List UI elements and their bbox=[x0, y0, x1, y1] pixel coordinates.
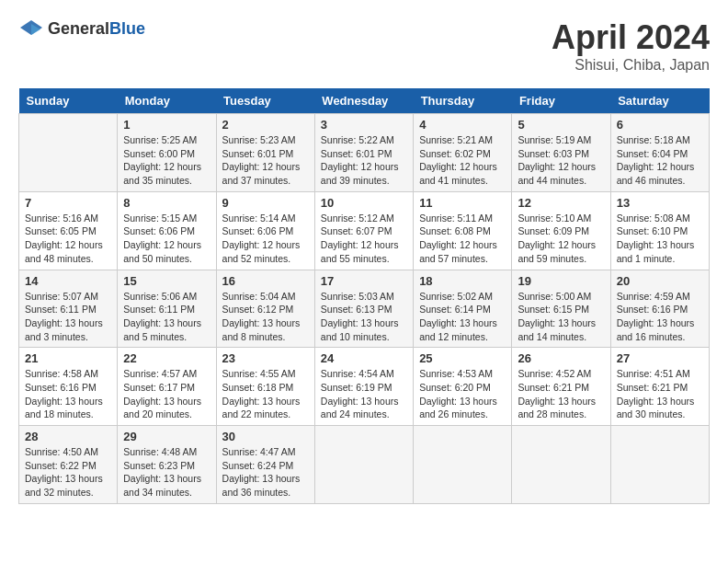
day-info: Sunrise: 5:23 AM Sunset: 6:01 PM Dayligh… bbox=[222, 133, 309, 188]
calendar-cell: 21Sunrise: 4:58 AM Sunset: 6:16 PM Dayli… bbox=[19, 348, 118, 426]
calendar-cell bbox=[414, 426, 512, 504]
day-info: Sunrise: 5:25 AM Sunset: 6:00 PM Dayligh… bbox=[123, 133, 210, 188]
day-info: Sunrise: 5:03 AM Sunset: 6:13 PM Dayligh… bbox=[321, 290, 407, 344]
calendar-cell: 27Sunrise: 4:51 AM Sunset: 6:21 PM Dayli… bbox=[610, 348, 709, 426]
day-number: 24 bbox=[321, 351, 407, 365]
day-info: Sunrise: 5:04 AM Sunset: 6:12 PM Dayligh… bbox=[222, 290, 309, 344]
day-number: 2 bbox=[222, 118, 309, 132]
day-number: 26 bbox=[518, 351, 604, 365]
day-info: Sunrise: 4:53 AM Sunset: 6:20 PM Dayligh… bbox=[419, 367, 506, 421]
day-number: 11 bbox=[419, 196, 506, 210]
day-number: 13 bbox=[617, 196, 703, 210]
day-info: Sunrise: 5:11 AM Sunset: 6:08 PM Dayligh… bbox=[419, 212, 506, 266]
day-info: Sunrise: 4:51 AM Sunset: 6:21 PM Dayligh… bbox=[617, 367, 703, 421]
calendar-cell: 11Sunrise: 5:11 AM Sunset: 6:08 PM Dayli… bbox=[414, 191, 512, 270]
day-number: 5 bbox=[518, 118, 604, 132]
logo-blue: Blue bbox=[109, 19, 145, 38]
calendar-cell: 3Sunrise: 5:22 AM Sunset: 6:01 PM Daylig… bbox=[314, 114, 413, 192]
calendar-cell: 18Sunrise: 5:02 AM Sunset: 6:14 PM Dayli… bbox=[414, 270, 512, 348]
header-friday: Friday bbox=[512, 88, 610, 114]
day-number: 8 bbox=[123, 196, 210, 210]
calendar-cell: 25Sunrise: 4:53 AM Sunset: 6:20 PM Dayli… bbox=[414, 348, 512, 426]
logo: GeneralBlue bbox=[18, 18, 145, 39]
day-number: 9 bbox=[222, 196, 309, 210]
title-block: April 2024 Shisui, Chiba, Japan bbox=[552, 18, 710, 74]
day-number: 4 bbox=[419, 118, 506, 132]
day-info: Sunrise: 5:19 AM Sunset: 6:03 PM Dayligh… bbox=[518, 133, 604, 188]
day-number: 25 bbox=[419, 351, 506, 365]
day-info: Sunrise: 5:07 AM Sunset: 6:11 PM Dayligh… bbox=[25, 290, 111, 344]
calendar-cell bbox=[512, 426, 610, 504]
logo-icon bbox=[18, 18, 44, 39]
calendar-cell: 17Sunrise: 5:03 AM Sunset: 6:13 PM Dayli… bbox=[314, 270, 413, 348]
day-info: Sunrise: 5:02 AM Sunset: 6:14 PM Dayligh… bbox=[419, 290, 506, 344]
day-info: Sunrise: 5:10 AM Sunset: 6:09 PM Dayligh… bbox=[518, 212, 604, 266]
day-info: Sunrise: 5:06 AM Sunset: 6:11 PM Dayligh… bbox=[123, 290, 210, 344]
day-number: 7 bbox=[25, 196, 111, 210]
day-number: 10 bbox=[321, 196, 407, 210]
weekday-header-row: Sunday Monday Tuesday Wednesday Thursday… bbox=[19, 88, 710, 114]
calendar-cell: 26Sunrise: 4:52 AM Sunset: 6:21 PM Dayli… bbox=[512, 348, 610, 426]
day-info: Sunrise: 4:57 AM Sunset: 6:17 PM Dayligh… bbox=[123, 367, 210, 421]
day-info: Sunrise: 4:48 AM Sunset: 6:23 PM Dayligh… bbox=[123, 445, 210, 500]
day-info: Sunrise: 4:58 AM Sunset: 6:16 PM Dayligh… bbox=[25, 367, 111, 421]
page-header: GeneralBlue April 2024 Shisui, Chiba, Ja… bbox=[18, 18, 710, 74]
calendar-cell: 10Sunrise: 5:12 AM Sunset: 6:07 PM Dayli… bbox=[314, 191, 413, 270]
calendar-cell: 22Sunrise: 4:57 AM Sunset: 6:17 PM Dayli… bbox=[118, 348, 216, 426]
calendar-cell bbox=[19, 114, 118, 192]
week-row-5: 28Sunrise: 4:50 AM Sunset: 6:22 PM Dayli… bbox=[19, 426, 710, 504]
location-title: Shisui, Chiba, Japan bbox=[552, 57, 710, 74]
day-info: Sunrise: 4:54 AM Sunset: 6:19 PM Dayligh… bbox=[321, 367, 407, 421]
day-number: 28 bbox=[25, 430, 111, 443]
calendar-cell: 2Sunrise: 5:23 AM Sunset: 6:01 PM Daylig… bbox=[216, 114, 314, 192]
day-number: 23 bbox=[222, 351, 309, 365]
day-number: 22 bbox=[123, 351, 210, 365]
week-row-3: 14Sunrise: 5:07 AM Sunset: 6:11 PM Dayli… bbox=[19, 270, 710, 348]
calendar-cell: 24Sunrise: 4:54 AM Sunset: 6:19 PM Dayli… bbox=[314, 348, 413, 426]
logo-general: General bbox=[48, 19, 109, 38]
day-info: Sunrise: 5:14 AM Sunset: 6:06 PM Dayligh… bbox=[222, 212, 309, 266]
header-tuesday: Tuesday bbox=[216, 88, 314, 114]
calendar-cell: 13Sunrise: 5:08 AM Sunset: 6:10 PM Dayli… bbox=[610, 191, 709, 270]
header-saturday: Saturday bbox=[610, 88, 709, 114]
day-number: 14 bbox=[25, 274, 111, 288]
day-info: Sunrise: 5:18 AM Sunset: 6:04 PM Dayligh… bbox=[617, 133, 703, 188]
day-info: Sunrise: 4:50 AM Sunset: 6:22 PM Dayligh… bbox=[25, 445, 111, 500]
calendar-cell: 23Sunrise: 4:55 AM Sunset: 6:18 PM Dayli… bbox=[216, 348, 314, 426]
calendar-cell bbox=[610, 426, 709, 504]
header-thursday: Thursday bbox=[414, 88, 512, 114]
day-number: 18 bbox=[419, 274, 506, 288]
day-number: 19 bbox=[518, 274, 604, 288]
month-title: April 2024 bbox=[552, 18, 710, 57]
calendar-cell: 20Sunrise: 4:59 AM Sunset: 6:16 PM Dayli… bbox=[610, 270, 709, 348]
calendar-cell: 29Sunrise: 4:48 AM Sunset: 6:23 PM Dayli… bbox=[118, 426, 216, 504]
header-wednesday: Wednesday bbox=[314, 88, 413, 114]
calendar-cell: 28Sunrise: 4:50 AM Sunset: 6:22 PM Dayli… bbox=[19, 426, 118, 504]
day-number: 20 bbox=[617, 274, 703, 288]
day-info: Sunrise: 5:16 AM Sunset: 6:05 PM Dayligh… bbox=[25, 212, 111, 266]
day-number: 16 bbox=[222, 274, 309, 288]
day-number: 29 bbox=[123, 430, 210, 443]
day-info: Sunrise: 5:00 AM Sunset: 6:15 PM Dayligh… bbox=[518, 290, 604, 344]
day-info: Sunrise: 4:55 AM Sunset: 6:18 PM Dayligh… bbox=[222, 367, 309, 421]
day-info: Sunrise: 4:59 AM Sunset: 6:16 PM Dayligh… bbox=[617, 290, 703, 344]
day-number: 15 bbox=[123, 274, 210, 288]
week-row-1: 1Sunrise: 5:25 AM Sunset: 6:00 PM Daylig… bbox=[19, 114, 710, 192]
day-number: 21 bbox=[25, 351, 111, 365]
calendar-cell: 14Sunrise: 5:07 AM Sunset: 6:11 PM Dayli… bbox=[19, 270, 118, 348]
calendar-cell: 4Sunrise: 5:21 AM Sunset: 6:02 PM Daylig… bbox=[414, 114, 512, 192]
day-info: Sunrise: 4:52 AM Sunset: 6:21 PM Dayligh… bbox=[518, 367, 604, 421]
calendar-cell: 30Sunrise: 4:47 AM Sunset: 6:24 PM Dayli… bbox=[216, 426, 314, 504]
day-number: 30 bbox=[222, 430, 309, 443]
calendar-cell: 6Sunrise: 5:18 AM Sunset: 6:04 PM Daylig… bbox=[610, 114, 709, 192]
day-number: 1 bbox=[123, 118, 210, 132]
calendar-cell: 16Sunrise: 5:04 AM Sunset: 6:12 PM Dayli… bbox=[216, 270, 314, 348]
day-info: Sunrise: 5:22 AM Sunset: 6:01 PM Dayligh… bbox=[321, 133, 407, 188]
day-number: 12 bbox=[518, 196, 604, 210]
header-monday: Monday bbox=[118, 88, 216, 114]
day-number: 6 bbox=[617, 118, 703, 132]
day-number: 17 bbox=[321, 274, 407, 288]
calendar-cell: 8Sunrise: 5:15 AM Sunset: 6:06 PM Daylig… bbox=[118, 191, 216, 270]
calendar-cell bbox=[314, 426, 413, 504]
day-info: Sunrise: 5:21 AM Sunset: 6:02 PM Dayligh… bbox=[419, 133, 506, 188]
